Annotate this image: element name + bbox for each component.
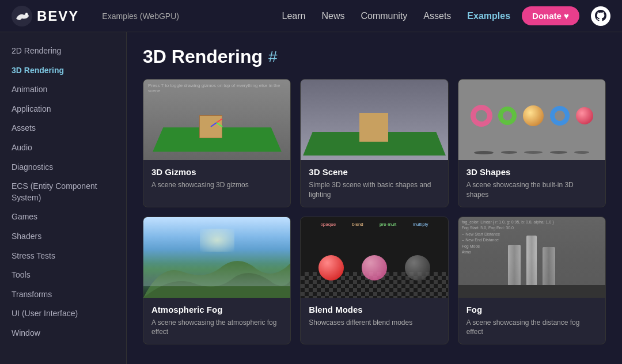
github-icon[interactable] <box>591 6 610 26</box>
card-body-blend: Blend Modes Showcases different blend mo… <box>301 298 447 335</box>
card-title-gizmos: 3D Gizmos <box>151 167 282 177</box>
card-3d-gizmos[interactable]: Press T to toggle drawing gizmos on top … <box>143 79 291 207</box>
sidebar-item-ui[interactable]: UI (User Interface) <box>0 304 126 324</box>
card-image-fog: fog_color: Linear { r: 1.0, g: 0.95, b: … <box>458 217 605 298</box>
nav-links: Learn News Community Assets Examples <box>282 11 511 21</box>
card-image-gizmos: Press T to toggle drawing gizmos on top … <box>143 79 290 160</box>
page-title: 3D Rendering # <box>143 46 606 67</box>
card-title-atmospheric: Atmospheric Fog <box>151 305 282 314</box>
card-title-scene: 3D Scene <box>309 167 439 177</box>
svg-line-5 <box>211 123 217 127</box>
sidebar-item-2d-rendering[interactable]: 2D Rendering <box>0 41 126 61</box>
sidebar-item-application[interactable]: Application <box>0 100 126 119</box>
svg-point-1 <box>25 13 28 15</box>
sidebar-item-ecs[interactable]: ECS (Entity Component System) <box>0 177 126 207</box>
content-area: 3D Rendering # Press T to toggle drawing… <box>127 32 622 364</box>
card-desc-shapes: A scene showcasing the built-in 3D shape… <box>466 180 597 200</box>
card-image-scene <box>301 79 447 160</box>
hash-link[interactable]: # <box>268 48 278 66</box>
card-desc-gizmos: A scene showcasing 3D gizmos <box>151 180 282 190</box>
card-body-scene: 3D Scene Simple 3D scene with basic shap… <box>301 160 447 207</box>
card-3d-scene[interactable]: 3D Scene Simple 3D scene with basic shap… <box>300 79 448 207</box>
card-body-shapes: 3D Shapes A scene showcasing the built-i… <box>458 160 605 207</box>
card-body-gizmos: 3D Gizmos A scene showcasing 3D gizmos <box>143 160 290 197</box>
card-atmospheric-fog[interactable]: Atmospheric Fog A scene showcasing the a… <box>143 217 291 345</box>
sidebar-item-diagnostics[interactable]: Diagnostics <box>0 158 126 177</box>
card-title-blend: Blend Modes <box>309 305 439 314</box>
sidebar-item-stress-tests[interactable]: Stress Tests <box>0 247 126 266</box>
donate-button[interactable]: Donate ♥ <box>522 6 579 25</box>
svg-line-3 <box>217 119 222 123</box>
sidebar-item-shaders[interactable]: Shaders <box>0 227 126 247</box>
card-image-atmospheric <box>143 217 290 298</box>
card-body-fog: Fog A scene showcasing the distance fog … <box>458 298 605 344</box>
sidebar-item-assets[interactable]: Assets <box>0 119 126 138</box>
header: BEVY Examples (WebGPU) Learn News Commun… <box>0 0 622 32</box>
logo-area[interactable]: BEVY <box>12 6 79 26</box>
card-image-blend: opaque blend pre-mult multiply <box>301 217 447 298</box>
page-title-text: 3D Rendering <box>143 46 263 67</box>
card-desc-atmospheric: A scene showcasing the atmospheric fog e… <box>151 318 282 338</box>
header-subtitle: Examples (WebGPU) <box>102 12 179 21</box>
sidebar-item-transforms[interactable]: Transforms <box>0 285 126 305</box>
card-desc-fog: A scene showcasing the distance fog effe… <box>466 318 597 338</box>
sidebar: 2D Rendering 3D Rendering Animation Appl… <box>0 32 127 364</box>
nav-examples[interactable]: Examples <box>467 11 510 21</box>
logo-text: BEVY <box>37 8 79 24</box>
card-blend-modes[interactable]: opaque blend pre-mult multiply Blend Mod… <box>300 217 448 345</box>
sidebar-item-animation[interactable]: Animation <box>0 80 126 100</box>
svg-line-4 <box>217 123 222 127</box>
nav-assets[interactable]: Assets <box>423 11 451 21</box>
svg-point-2 <box>591 6 610 26</box>
bevy-logo-icon <box>12 6 32 26</box>
card-desc-scene: Simple 3D scene with basic shapes and li… <box>309 180 439 200</box>
card-desc-blend: Showcases different blend modes <box>309 318 439 328</box>
cards-grid: Press T to toggle drawing gizmos on top … <box>143 79 606 344</box>
sidebar-item-tools[interactable]: Tools <box>0 266 126 285</box>
sidebar-item-3d-rendering[interactable]: 3D Rendering <box>0 61 126 81</box>
card-title-fog: Fog <box>466 305 597 314</box>
card-fog[interactable]: fog_color: Linear { r: 1.0, g: 0.95, b: … <box>458 217 606 345</box>
main-layout: 2D Rendering 3D Rendering Animation Appl… <box>0 32 622 364</box>
nav-news[interactable]: News <box>321 11 344 21</box>
sidebar-item-audio[interactable]: Audio <box>0 138 126 158</box>
card-body-atmospheric: Atmospheric Fog A scene showcasing the a… <box>143 298 290 344</box>
card-3d-shapes[interactable]: 3D Shapes A scene showcasing the built-i… <box>458 79 606 207</box>
sidebar-item-games[interactable]: Games <box>0 207 126 227</box>
card-image-shapes <box>458 79 605 160</box>
sidebar-item-window[interactable]: Window <box>0 324 126 343</box>
nav-learn[interactable]: Learn <box>282 11 306 21</box>
card-title-shapes: 3D Shapes <box>466 167 597 177</box>
nav-community[interactable]: Community <box>361 11 407 21</box>
